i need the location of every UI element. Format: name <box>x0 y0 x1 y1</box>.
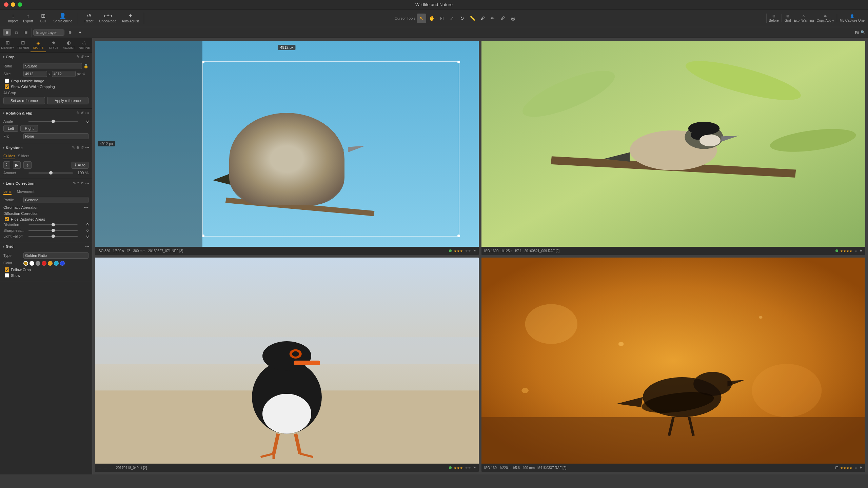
sidebar-item-shape[interactable]: ◈ SHAPE <box>31 38 46 52</box>
sidebar-item-style[interactable]: ★ STYLE <box>46 38 61 52</box>
flip-select[interactable]: None <box>23 133 88 139</box>
amount-slider[interactable] <box>28 172 73 174</box>
keystone-auto-button[interactable]: ⌇ Auto <box>72 162 88 169</box>
rotate-right-button[interactable]: Right <box>20 125 38 132</box>
close-button[interactable] <box>4 2 8 7</box>
keystone-more-icon[interactable]: ••• <box>85 145 89 150</box>
sidebar-item-refine[interactable]: ◌ REFINE <box>77 38 92 52</box>
keystone-edit-icon[interactable]: ✎ <box>72 145 75 150</box>
color-dot-cyan[interactable] <box>54 261 59 266</box>
lens-reset-icon[interactable]: ↺ <box>81 181 84 185</box>
tab-single-view[interactable]: □ <box>13 29 20 36</box>
before-button[interactable]: ⊟ Before <box>769 14 778 22</box>
distortion-slider[interactable] <box>28 224 78 225</box>
rotation-edit-icon[interactable]: ✎ <box>76 111 79 115</box>
sidebar-item-library[interactable]: ⊞ LIBRARY <box>0 38 15 52</box>
cursor-tool-brush[interactable]: 🖌 <box>478 14 487 23</box>
rotation-more-icon[interactable]: ••• <box>85 111 89 115</box>
keystone-tab-guides[interactable]: Guides <box>3 154 15 159</box>
lens-section-header[interactable]: ▾ Lens Correction ✎ ≡ ↺ ••• <box>0 179 92 187</box>
keystone-pin-icon[interactable]: ⊕ <box>76 145 79 150</box>
minimize-button[interactable] <box>11 2 15 7</box>
cursor-tool-select[interactable]: ↖ <box>417 14 426 23</box>
keystone-section-header[interactable]: ▾ Keystone ✎ ⊕ ↺ ••• <box>0 143 92 152</box>
crop-lock-icon[interactable]: 🔒 <box>83 64 88 68</box>
auto-adjust-button[interactable]: ✦ Auto Adjust <box>120 13 141 24</box>
rotation-reset-icon[interactable]: ↺ <box>81 111 84 115</box>
apply-reference-button[interactable]: Apply reference <box>47 97 89 104</box>
sidebar-item-tether[interactable]: ⊡ TETHER <box>15 38 31 52</box>
exp-warning-button[interactable]: ⚠ Exp. Warning <box>794 14 814 22</box>
grid-button[interactable]: ⊞ Grid <box>785 14 791 22</box>
light-falloff-slider[interactable] <box>28 236 78 237</box>
color-dot-gold[interactable] <box>23 261 28 266</box>
color-dot-white[interactable] <box>29 261 34 266</box>
cursor-tool-measure[interactable]: 📏 <box>468 14 477 23</box>
import-button[interactable]: ↓ Import <box>6 13 20 24</box>
ratio-select[interactable]: Square <box>23 63 82 69</box>
crop-edit-icon[interactable]: ✎ <box>76 55 79 59</box>
cursor-tool-hand[interactable]: ✋ <box>427 14 436 23</box>
maximize-button[interactable] <box>18 2 22 7</box>
hide-distorted-checkbox[interactable] <box>5 217 9 221</box>
keystone-lines-icon[interactable]: ⌇ <box>3 161 10 169</box>
photo-cell-1[interactable]: 4912 px 4912 px I <box>95 41 479 255</box>
keystone-tab-sliders[interactable]: Sliders <box>18 154 29 159</box>
show-grid-checkbox[interactable] <box>5 84 9 89</box>
reset-button[interactable]: ↺ Reset <box>82 13 96 24</box>
grid-section-header[interactable]: ▾ Grid ••• <box>0 242 92 250</box>
photo-cell-4[interactable]: ISO 160 1/220 s f/5.6 400 mm M41K0337.RA… <box>481 258 865 472</box>
color-dot-red[interactable] <box>42 261 46 266</box>
cursor-tool-erase[interactable]: ✏ <box>488 14 497 23</box>
layer-dropdown[interactable]: Image Layer <box>33 29 64 36</box>
follow-crop-checkbox[interactable] <box>5 267 9 272</box>
grid-type-select[interactable]: Golden Ratio <box>23 252 88 259</box>
size-stepper-icon[interactable]: ⇅ <box>82 72 85 76</box>
cursor-tool-transform[interactable]: ⤢ <box>447 14 457 23</box>
profile-select[interactable]: Generic <box>23 197 88 203</box>
layer-options-button[interactable]: ▼ <box>76 29 85 36</box>
set-as-reference-button[interactable]: Set as reference <box>3 97 45 104</box>
add-layer-button[interactable]: ⊕ <box>66 29 74 36</box>
lens-tab-movement[interactable]: Movement <box>17 189 34 195</box>
color-dot-gray[interactable] <box>36 261 40 266</box>
keystone-cross-icon[interactable]: ⊹ <box>23 161 32 169</box>
color-dot-orange[interactable] <box>48 261 53 266</box>
photo-cell-3[interactable]: — — — 20170418_049.tif [2] ★★★★★ ⚑ <box>95 258 479 472</box>
share-online-button[interactable]: 👤 Share online <box>51 13 74 24</box>
cursor-tool-rotate[interactable]: ↻ <box>457 14 467 23</box>
color-dot-blue[interactable] <box>60 261 65 266</box>
ai-crop-label: AI Crop <box>3 91 88 95</box>
size-height-input[interactable] <box>52 71 76 77</box>
my-capture-one-button[interactable]: 👤 My Capture One <box>840 14 865 22</box>
chromatic-more-icon[interactable]: ••• <box>83 205 88 210</box>
keystone-reset-icon[interactable]: ↺ <box>81 145 84 150</box>
crop-section-header[interactable]: ▾ Crop ✎ ↺ ••• <box>0 53 92 61</box>
cursor-tool-picker[interactable]: 🖊 <box>498 14 508 23</box>
crop-outside-checkbox[interactable] <box>5 79 9 83</box>
cull-button[interactable]: ⊞ Cull <box>36 13 50 24</box>
crop-reset-icon[interactable]: ↺ <box>81 55 84 59</box>
photo-cell-2[interactable]: ISO 1600 1/125 s f/7.1 20160821_009.RAF … <box>481 41 865 255</box>
show-grid-display-checkbox[interactable] <box>5 273 9 278</box>
rotation-section-header[interactable]: ▾ Rotation & Flip ✎ ↺ ••• <box>0 109 92 117</box>
cursor-tool-clone[interactable]: ◎ <box>508 14 518 23</box>
sidebar-item-adjust[interactable]: ◐ ADJUST <box>61 38 77 52</box>
tab-compare-view[interactable]: ⊟ <box>22 29 30 36</box>
sharpness-slider[interactable] <box>28 230 78 231</box>
lens-list-icon[interactable]: ≡ <box>77 181 79 185</box>
undo-redo-button[interactable]: ↩↪ Undo/Redo <box>97 13 118 24</box>
angle-slider[interactable] <box>28 121 78 122</box>
crop-more-icon[interactable]: ••• <box>85 55 89 59</box>
lens-more-icon[interactable]: ••• <box>85 181 89 185</box>
grid-more-icon[interactable]: ••• <box>85 244 89 248</box>
size-width-input[interactable] <box>23 71 47 77</box>
export-button[interactable]: ↑ Export <box>21 13 35 24</box>
tab-grid-view[interactable]: ⊞ <box>3 29 11 36</box>
lens-tab-lens[interactable]: Lens <box>3 189 12 195</box>
keystone-arrow-icon[interactable]: ▶ <box>13 161 21 169</box>
copy-apply-button[interactable]: ⊕ Copy/Apply <box>816 14 834 22</box>
rotate-left-button[interactable]: Left <box>3 125 18 132</box>
cursor-tool-crop[interactable]: ⊡ <box>437 14 447 23</box>
lens-edit-icon[interactable]: ✎ <box>73 181 76 185</box>
